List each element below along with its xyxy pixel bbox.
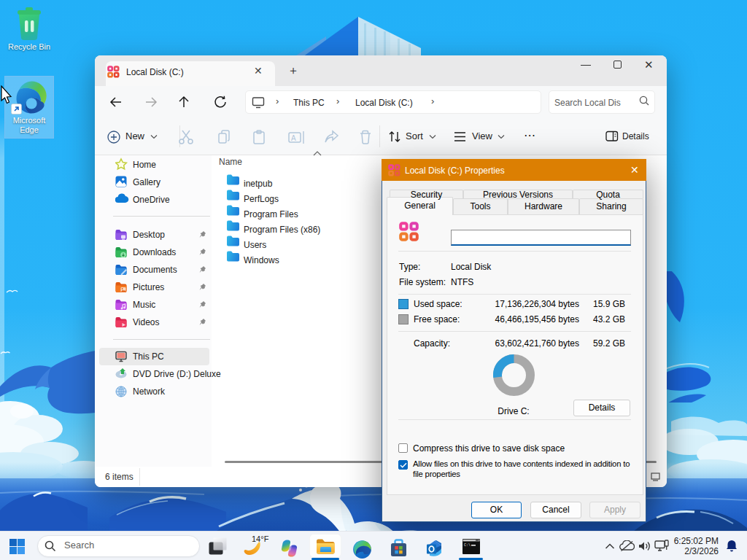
svg-text:A: A (291, 134, 296, 142)
svg-text:C:\: C:\ (464, 543, 471, 548)
